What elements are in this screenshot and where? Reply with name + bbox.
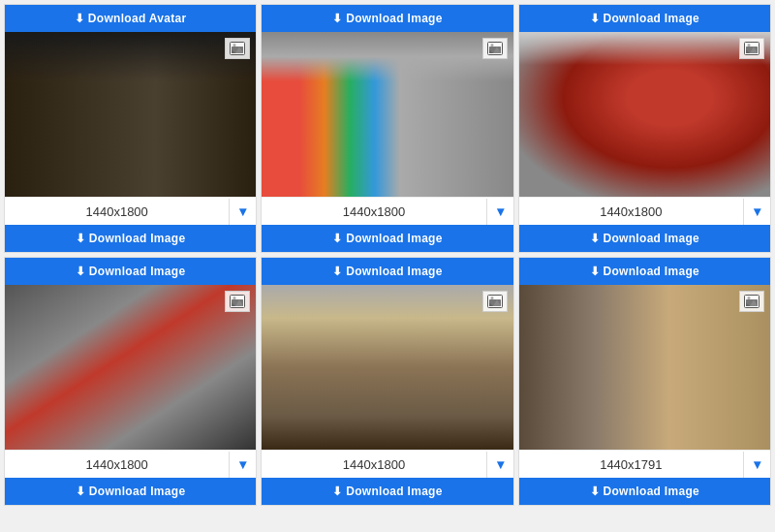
- card-footer-6: 1440x1791 ▾: [519, 450, 770, 478]
- dimension-label-2: 1440x1800: [262, 199, 486, 225]
- expand-icon-3[interactable]: [739, 38, 764, 59]
- image-area-3: [519, 32, 770, 197]
- top-download-button-3[interactable]: ⬇ Download Image: [519, 5, 770, 32]
- bottom-download-button-6[interactable]: ⬇ Download Image: [519, 478, 770, 505]
- card-6: ⬇ Download Image 1440x1791 ▾ ⬇ Download …: [518, 257, 771, 506]
- expand-icon-2[interactable]: [482, 38, 508, 59]
- image-area-5: [262, 285, 512, 450]
- svg-point-17: [233, 297, 236, 299]
- svg-point-12: [748, 44, 751, 47]
- dropdown-button-5[interactable]: ▾: [487, 451, 513, 478]
- card-2: ⬇ Download Image 1440x1800 ▾ ⬇ Download …: [261, 4, 513, 253]
- dropdown-button-3[interactable]: ▾: [744, 198, 770, 225]
- svg-point-22: [490, 297, 493, 299]
- top-download-button-5[interactable]: ⬇ Download Image: [262, 258, 512, 285]
- image-area-1: [5, 32, 256, 197]
- dimension-label-3: 1440x1800: [519, 199, 744, 225]
- top-download-button-2[interactable]: ⬇ Download Image: [262, 5, 512, 32]
- card-3: ⬇ Download Image 1440x1800 ▾ ⬇ Download …: [518, 4, 771, 253]
- card-5: ⬇ Download Image 1440x1800 ▾ ⬇ Download …: [261, 257, 513, 506]
- bottom-download-button-2[interactable]: ⬇ Download Image: [262, 225, 512, 252]
- dropdown-button-1[interactable]: ▾: [230, 198, 256, 225]
- card-footer-1: 1440x1800 ▾: [5, 197, 256, 225]
- image-grid: ⬇ Download Avatar 1440x1800 ▾ ⬇ Download…: [0, 0, 775, 510]
- bottom-download-button-3[interactable]: ⬇ Download Image: [519, 225, 770, 252]
- bottom-download-button-5[interactable]: ⬇ Download Image: [262, 478, 512, 505]
- top-download-button-6[interactable]: ⬇ Download Image: [519, 258, 770, 285]
- dimension-label-4: 1440x1800: [5, 452, 230, 478]
- card-1: ⬇ Download Avatar 1440x1800 ▾ ⬇ Download…: [4, 4, 257, 253]
- svg-point-2: [233, 44, 236, 47]
- expand-icon-6[interactable]: [739, 291, 764, 312]
- card-4: ⬇ Download Image 1440x1800 ▾ ⬇ Download …: [4, 257, 257, 506]
- dimension-label-1: 1440x1800: [5, 199, 230, 225]
- expand-icon-5[interactable]: [482, 291, 508, 312]
- card-footer-3: 1440x1800 ▾: [519, 197, 770, 225]
- dimension-label-6: 1440x1791: [519, 452, 744, 478]
- top-download-button-1[interactable]: ⬇ Download Avatar: [5, 5, 256, 32]
- svg-point-27: [748, 297, 751, 299]
- expand-icon-1[interactable]: [225, 38, 250, 59]
- image-area-6: [519, 285, 770, 450]
- bottom-download-button-1[interactable]: ⬇ Download Image: [5, 225, 256, 252]
- bottom-download-button-4[interactable]: ⬇ Download Image: [5, 478, 256, 505]
- expand-icon-4[interactable]: [225, 291, 250, 312]
- top-download-button-4[interactable]: ⬇ Download Image: [5, 258, 256, 285]
- card-footer-5: 1440x1800 ▾: [262, 450, 512, 478]
- card-footer-4: 1440x1800 ▾: [5, 450, 256, 478]
- image-area-2: [262, 32, 512, 197]
- image-area-4: [5, 285, 256, 450]
- dropdown-button-4[interactable]: ▾: [230, 451, 256, 478]
- dropdown-button-6[interactable]: ▾: [744, 451, 770, 478]
- dropdown-button-2[interactable]: ▾: [487, 198, 513, 225]
- svg-point-7: [490, 44, 493, 47]
- dimension-label-5: 1440x1800: [262, 452, 486, 478]
- card-footer-2: 1440x1800 ▾: [262, 197, 512, 225]
